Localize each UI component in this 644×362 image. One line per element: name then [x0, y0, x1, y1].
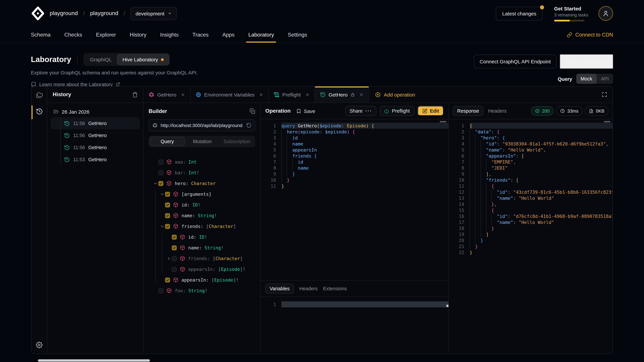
history-button[interactable] [36, 108, 43, 115]
breadcrumb-project[interactable]: playground [90, 10, 118, 17]
tree-row[interactable]: appearsIn: [Episode]! [144, 264, 260, 275]
tree-row[interactable]: bar: Int! [144, 167, 260, 178]
mock-endpoint-button[interactable]: Mock Data Endpoint [560, 54, 613, 69]
field-checkbox[interactable] [165, 202, 170, 207]
tab-preflight[interactable]: Preflight [268, 86, 315, 103]
nav-item-explorer[interactable]: Explorer [96, 27, 116, 42]
field-type: [Episode]! [218, 267, 246, 272]
history-item[interactable]: 11:53 GetHero [51, 153, 140, 166]
scrollbar-thumb[interactable] [446, 305, 448, 307]
nav-item-insights[interactable]: Insights [160, 27, 178, 42]
chevron-down-icon[interactable] [159, 224, 165, 228]
tree-row[interactable]: id: ID! [144, 199, 260, 210]
add-operation-button[interactable]: Add operation [369, 86, 421, 103]
horizontal-scrollbar-thumb[interactable] [38, 359, 150, 362]
tree-row[interactable]: foo: String! [144, 285, 260, 296]
preflight-button[interactable]: Preflight [380, 106, 414, 116]
field-checkbox[interactable] [158, 159, 163, 164]
tree-row[interactable]: name: String! [144, 210, 260, 221]
tab-gethero[interactable]: GetHero [315, 86, 369, 103]
nav-item-traces[interactable]: Traces [192, 27, 209, 42]
get-started-widget[interactable]: Get Started 3 remaining tasks [554, 5, 588, 21]
save-button[interactable]: Save [296, 108, 315, 114]
tab-environment-variables[interactable]: Environment Variables [190, 86, 268, 103]
chevron-down-icon[interactable] [152, 181, 158, 186]
edit-button[interactable]: Edit [418, 106, 444, 116]
environment-dropdown[interactable]: development [130, 7, 177, 20]
nav-item-settings[interactable]: Settings [288, 27, 307, 42]
field-checkbox[interactable] [158, 181, 163, 186]
collections-button[interactable] [36, 91, 43, 98]
operation-tabs-list: GetHero Environment Variables Preflight … [144, 86, 369, 103]
subtab-variables[interactable]: Variables [265, 283, 294, 294]
response-tab-headers[interactable]: Headers [488, 108, 507, 114]
tree-row[interactable]: friends: [Character] [144, 253, 260, 264]
field-checkbox[interactable] [165, 277, 170, 282]
mode-option[interactable]: GraphiQL [84, 54, 117, 65]
mode-option[interactable]: Hive Laboratory [117, 54, 169, 65]
scrollbar-thumb[interactable] [440, 121, 446, 122]
tree-row[interactable]: hero: Character [144, 178, 260, 189]
connect-endpoint-button[interactable]: Connect GraphQL API Endpoint [474, 55, 556, 68]
code-line: 18 } [449, 225, 612, 231]
tree-row[interactable]: name: String! [144, 242, 260, 253]
history-date-group[interactable]: 26 Jan 2026 [51, 108, 140, 116]
field-checkbox[interactable] [172, 256, 177, 261]
tree-row[interactable]: id: ID! [144, 232, 260, 242]
breadcrumb-org[interactable]: playground [50, 10, 78, 17]
field-checkbox[interactable] [165, 213, 170, 218]
tree-row[interactable]: aaa: Int [144, 157, 260, 167]
settings-button[interactable] [36, 342, 42, 348]
tree-row[interactable]: friends: [Character] [144, 221, 260, 232]
tab-gethero[interactable]: GetHero [144, 86, 190, 103]
chevron-down-icon[interactable] [159, 192, 165, 196]
history-item[interactable]: 11:56 GetHero [51, 141, 140, 153]
collapse-panel-icon[interactable] [250, 108, 255, 114]
query-switch-option-mock[interactable]: Mock [576, 74, 596, 84]
nav-item-apps[interactable]: Apps [222, 27, 234, 42]
history-item[interactable]: 11:56 GetHero [51, 117, 140, 129]
builder-tab-mutation[interactable]: Mutation [185, 137, 220, 146]
nav-item-schema[interactable]: Schema [31, 27, 50, 42]
query-editor[interactable]: 1 query GetHero($episode: Episode) { 2 h… [260, 119, 448, 280]
trash-icon[interactable] [132, 92, 138, 97]
refresh-icon[interactable] [246, 123, 252, 128]
cube-icon [180, 245, 185, 250]
builder-tab-query[interactable]: Query [150, 137, 185, 146]
endpoint-url-input[interactable]: http://localhost:3000/api/lab/playground [148, 119, 255, 131]
response-viewer[interactable]: 1 { 2 "data": { 3 "hero": { 4 "id": "930… [449, 119, 612, 354]
close-icon[interactable] [180, 92, 185, 97]
history-item[interactable]: 11:56 GetHero [51, 129, 140, 141]
subtab-extensions[interactable]: Extensions [323, 286, 347, 291]
code-line: 6 "appearsIn": [ [449, 153, 612, 159]
builder-tab-subscription[interactable]: Subscription [220, 137, 254, 146]
subtab-headers[interactable]: Headers [299, 286, 318, 291]
nav-item-history[interactable]: History [130, 27, 146, 42]
nav-item-checks[interactable]: Checks [64, 27, 82, 42]
field-checkbox[interactable] [158, 170, 163, 175]
response-tab-response[interactable]: Response [453, 106, 484, 116]
field-checkbox[interactable] [158, 288, 163, 293]
avatar[interactable] [598, 6, 613, 21]
close-icon[interactable] [305, 92, 310, 97]
field-checkbox[interactable] [172, 267, 177, 272]
variables-editor[interactable]: 1 [260, 297, 448, 354]
connect-cdn-link[interactable]: Connect to CDN [567, 32, 613, 38]
fullscreen-button[interactable] [596, 86, 612, 103]
field-checkbox[interactable] [172, 245, 177, 250]
close-icon[interactable] [359, 92, 364, 97]
field-checkbox[interactable] [172, 234, 177, 240]
nav-item-laboratory[interactable]: Laboratory [248, 27, 274, 42]
latest-changes-button[interactable]: Latest changes [496, 6, 543, 20]
field-checkbox[interactable] [165, 224, 170, 229]
close-icon[interactable] [259, 92, 263, 97]
chevron-right-icon[interactable] [166, 256, 172, 261]
tree-row[interactable]: [arguments] [144, 189, 260, 199]
response-panel: ResponseHeaders 200 [449, 103, 612, 354]
tree-row[interactable]: appearsIn: [Episode]! [144, 275, 260, 285]
share-button[interactable]: Share ··· [345, 106, 376, 116]
scrollbar-thumb[interactable] [604, 121, 610, 122]
check-circle-icon [535, 109, 540, 113]
query-switch-option-api[interactable]: API [596, 74, 613, 84]
field-checkbox[interactable] [165, 192, 170, 197]
